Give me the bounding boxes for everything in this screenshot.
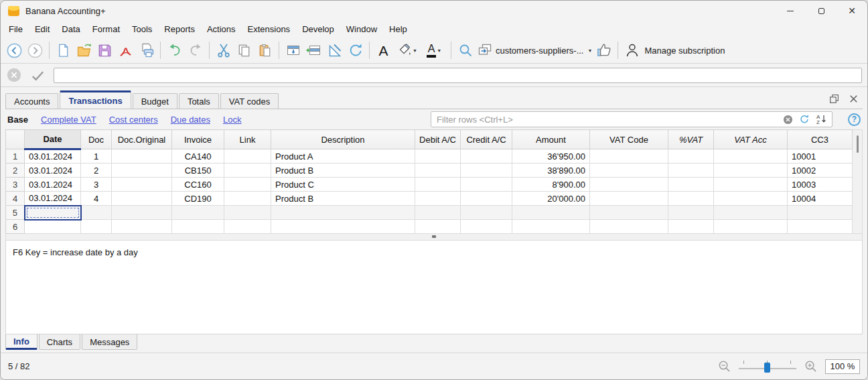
- table-cell[interactable]: [668, 192, 714, 206]
- print-button[interactable]: [136, 40, 157, 60]
- table-cell[interactable]: [714, 164, 788, 178]
- view-cost-centers[interactable]: Cost centers: [109, 115, 158, 125]
- table-cell[interactable]: [714, 178, 788, 192]
- menu-extensions[interactable]: Extensions: [242, 22, 297, 36]
- undo-button[interactable]: [164, 40, 185, 60]
- table-cell[interactable]: [461, 164, 512, 178]
- manage-subscription-button[interactable]: Manage subscription: [624, 42, 725, 58]
- table-cell[interactable]: 1: [81, 149, 112, 164]
- table-cell[interactable]: [224, 192, 271, 206]
- table-cell[interactable]: 36'950.00: [512, 149, 590, 164]
- menu-tools[interactable]: Tools: [126, 22, 158, 36]
- table-cell[interactable]: [788, 206, 853, 220]
- table-cell[interactable]: [590, 192, 668, 206]
- table-cell[interactable]: [788, 220, 853, 234]
- table-cell[interactable]: [271, 220, 415, 234]
- table-cell[interactable]: [512, 220, 590, 234]
- column-header-cc3[interactable]: CC3: [788, 130, 853, 149]
- table-cell[interactable]: [590, 206, 668, 220]
- table-cell[interactable]: [25, 220, 81, 234]
- table-cell[interactable]: [461, 149, 512, 164]
- table-cell[interactable]: [461, 220, 512, 234]
- maximize-button[interactable]: [806, 1, 837, 21]
- table-cell[interactable]: [224, 206, 271, 220]
- table-cell[interactable]: 10003: [788, 178, 853, 192]
- zoom-level-field[interactable]: 100 %: [825, 359, 860, 374]
- table-cell[interactable]: [714, 220, 788, 234]
- table-cell[interactable]: [112, 206, 172, 220]
- table-cell[interactable]: 03.01.2024: [25, 192, 81, 206]
- table-cell[interactable]: [25, 206, 81, 220]
- nav-back-button[interactable]: [4, 40, 25, 60]
- menu-data[interactable]: Data: [56, 22, 86, 36]
- column-header-credit-a-c[interactable]: Credit A/C: [461, 130, 512, 149]
- zoom-in-button[interactable]: [804, 359, 818, 373]
- feedback-button[interactable]: [593, 40, 614, 60]
- column-header-date[interactable]: Date: [25, 130, 81, 149]
- paste-button[interactable]: [255, 40, 275, 60]
- help-button[interactable]: ?: [848, 113, 861, 126]
- table-cell[interactable]: CD190: [172, 192, 224, 206]
- column-header-amount[interactable]: Amount: [512, 130, 590, 149]
- font-color-button[interactable]: A▼: [421, 40, 447, 60]
- column-header-doc-original[interactable]: Doc.Original: [112, 130, 172, 149]
- table-cell[interactable]: 03.01.2024: [25, 178, 81, 192]
- pdf-export-button[interactable]: [115, 40, 136, 60]
- zoom-slider[interactable]: [739, 360, 796, 373]
- row-number[interactable]: 5: [6, 206, 25, 220]
- table-cell[interactable]: [590, 149, 668, 164]
- table-cell[interactable]: CB150: [172, 164, 224, 178]
- column-header-description[interactable]: Description: [271, 130, 415, 149]
- row-number[interactable]: 6: [6, 220, 25, 234]
- table-cell[interactable]: [415, 164, 461, 178]
- add-rows-button[interactable]: [303, 40, 324, 60]
- column-header-invoice[interactable]: Invoice: [172, 130, 224, 149]
- menu-file[interactable]: File: [3, 22, 29, 36]
- table-cell[interactable]: 38'890.00: [512, 164, 590, 178]
- table-cell[interactable]: 10002: [788, 164, 853, 178]
- zoom-out-button[interactable]: [717, 359, 731, 373]
- view-base[interactable]: Base: [7, 115, 28, 125]
- table-cell[interactable]: [714, 149, 788, 164]
- table-cell[interactable]: [112, 192, 172, 206]
- menu-develop[interactable]: Develop: [296, 22, 340, 36]
- table-cell[interactable]: [81, 220, 112, 234]
- table-cell[interactable]: [668, 164, 714, 178]
- table-cell[interactable]: [224, 178, 271, 192]
- recalculate-button[interactable]: [345, 40, 366, 60]
- table-cell[interactable]: [415, 206, 461, 220]
- row-number[interactable]: 1: [6, 149, 25, 164]
- tab-totals[interactable]: Totals: [179, 93, 219, 109]
- minimize-button[interactable]: [775, 1, 806, 21]
- table-cell[interactable]: [714, 192, 788, 206]
- horizontal-scrollbar[interactable]: [5, 234, 863, 241]
- table-cell[interactable]: [172, 206, 224, 220]
- cell-edit-input[interactable]: [54, 68, 862, 83]
- bottom-tab-charts[interactable]: Charts: [39, 334, 80, 350]
- column-header-vat[interactable]: %VAT: [668, 130, 714, 149]
- table-cell[interactable]: [668, 149, 714, 164]
- table-cell[interactable]: [415, 192, 461, 206]
- view-complete-vat[interactable]: Complete VAT: [41, 115, 96, 125]
- table-cell[interactable]: [271, 206, 415, 220]
- table-cell[interactable]: [461, 178, 512, 192]
- table-cell[interactable]: [590, 178, 668, 192]
- table-cell[interactable]: [224, 220, 271, 234]
- doc-close-button[interactable]: [849, 94, 859, 104]
- table-cell[interactable]: [415, 149, 461, 164]
- filter-refresh-button[interactable]: [799, 114, 810, 125]
- table-cell[interactable]: [224, 149, 271, 164]
- table-cell[interactable]: 2: [81, 164, 112, 178]
- tab-accounts[interactable]: Accounts: [5, 93, 58, 109]
- table-cell[interactable]: CA140: [172, 149, 224, 164]
- vertical-scrollbar[interactable]: [853, 129, 863, 234]
- table-cell[interactable]: [590, 220, 668, 234]
- table-cell[interactable]: 10004: [788, 192, 853, 206]
- table-cell[interactable]: 8'900.00: [512, 178, 590, 192]
- table-cell[interactable]: 03.01.2024: [25, 164, 81, 178]
- close-button[interactable]: ✕: [837, 1, 867, 21]
- table-cell[interactable]: [415, 178, 461, 192]
- column-header-doc[interactable]: Doc: [81, 130, 112, 149]
- filter-sort-button[interactable]: AZ: [816, 114, 828, 125]
- table-cell[interactable]: [461, 206, 512, 220]
